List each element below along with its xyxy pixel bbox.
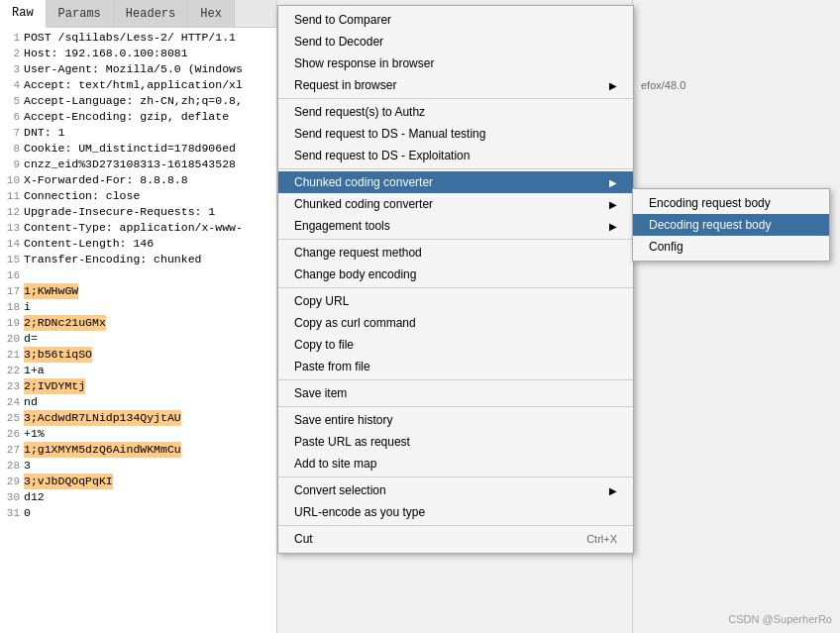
tab-hex[interactable]: Hex	[188, 0, 235, 27]
code-line: 7DNT: 1	[0, 125, 276, 141]
submenu-item-label: Encoding request body	[649, 196, 771, 210]
line-number: 10	[0, 172, 24, 188]
code-line: 3User-Agent: Mozilla/5.0 (Windows	[0, 61, 276, 77]
menu-item-18[interactable]: Copy to file	[278, 334, 633, 356]
menu-item-3[interactable]: Request in browser▶	[278, 74, 633, 96]
menu-item-label: Change body encoding	[294, 267, 416, 281]
line-number: 7	[0, 125, 24, 141]
menu-item-14[interactable]: Change body encoding	[278, 264, 633, 285]
menu-item-label: Add to site map	[294, 457, 376, 471]
menu-divider	[278, 98, 633, 99]
menu-divider	[278, 168, 633, 169]
menu-item-label: Copy URL	[294, 294, 349, 308]
menu-item-25[interactable]: Add to site map	[278, 453, 633, 475]
line-number: 14	[0, 236, 24, 252]
line-number: 6	[0, 109, 24, 125]
line-content: 3;vJbDQOqPqKI	[24, 474, 113, 489]
menu-item-0[interactable]: Send to Comparer	[278, 9, 633, 31]
menu-divider	[278, 476, 633, 477]
code-line: 14Content-Length: 146	[0, 236, 276, 252]
menu-item-label: Save entire history	[294, 413, 392, 427]
line-number: 28	[0, 458, 24, 474]
line-number: 2	[0, 46, 24, 61]
menu-item-30[interactable]: CutCtrl+X	[278, 528, 633, 550]
code-area: 1POST /sqlilabs/Less-2/ HTTP/1.12Host: 1…	[0, 28, 276, 633]
menu-item-label: Send request(s) to Authz	[294, 105, 425, 119]
line-number: 19	[0, 315, 24, 331]
menu-item-28[interactable]: URL-encode as you type	[278, 501, 633, 523]
line-content: X-Forwarded-For: 8.8.8.8	[24, 172, 188, 188]
submenu-arrow-icon: ▶	[609, 221, 617, 232]
tab-headers[interactable]: Headers	[114, 0, 188, 27]
line-content: 2;IVDYMtj	[24, 378, 85, 394]
menu-item-21[interactable]: Save item	[278, 382, 633, 404]
menu-item-1[interactable]: Send to Decoder	[278, 31, 633, 53]
code-line: 10X-Forwarded-For: 8.8.8.8	[0, 172, 276, 188]
line-content: i	[24, 299, 31, 315]
menu-item-6[interactable]: Send request to DS - Manual testing	[278, 123, 633, 145]
menu-divider	[278, 239, 633, 240]
menu-item-label: URL-encode as you type	[294, 505, 425, 519]
menu-item-label: Paste from file	[294, 360, 370, 373]
line-number: 21	[0, 347, 24, 363]
code-line: 192;RDNc21uGMx	[0, 315, 276, 331]
menu-item-17[interactable]: Copy as curl command	[278, 312, 633, 334]
tab-bar: Raw Params Headers Hex	[0, 0, 276, 28]
code-line: 293;vJbDQOqPqKI	[0, 474, 276, 489]
menu-item-27[interactable]: Convert selection▶	[278, 479, 633, 501]
menu-divider	[278, 287, 633, 288]
line-number: 31	[0, 505, 24, 521]
menu-item-2[interactable]: Show response in browser	[278, 53, 633, 74]
menu-item-label: Request in browser	[294, 78, 396, 92]
code-line: 20d=	[0, 331, 276, 347]
code-line: 253;AcdwdR7LNidp134QyjtAU	[0, 410, 276, 426]
menu-item-23[interactable]: Save entire history	[278, 409, 633, 431]
menu-item-7[interactable]: Send request to DS - Exploitation	[278, 145, 633, 166]
line-number: 30	[0, 489, 24, 505]
code-line: 271;g1XMYM5dzQ6AindWKMmCu	[0, 442, 276, 458]
menu-divider	[278, 379, 633, 380]
menu-item-label: Copy to file	[294, 338, 354, 352]
line-content: nd	[24, 394, 38, 410]
line-number: 29	[0, 474, 24, 489]
line-content: Transfer-Encoding: chunked	[24, 252, 201, 267]
line-content: Content-Length: 146	[24, 236, 154, 252]
line-content: Accept-Language: zh-CN,zh;q=0.8,	[24, 93, 243, 109]
menu-item-13[interactable]: Change request method	[278, 242, 633, 264]
tab-raw[interactable]: Raw	[0, 0, 47, 28]
line-content: 0	[24, 505, 31, 521]
menu-item-24[interactable]: Paste URL as request	[278, 431, 633, 453]
browser-text: efox/48.0	[633, 0, 840, 99]
line-number: 4	[0, 77, 24, 93]
menu-item-11[interactable]: Engagement tools▶	[278, 215, 633, 237]
line-number: 12	[0, 204, 24, 220]
menu-item-label: Copy as curl command	[294, 316, 416, 330]
menu-item-label: Engagement tools	[294, 219, 390, 233]
submenu-arrow-icon: ▶	[609, 177, 617, 188]
line-number: 20	[0, 331, 24, 347]
code-line: 26+1%	[0, 426, 276, 442]
code-line: 13Content-Type: application/x-www-	[0, 220, 276, 236]
menu-item-19[interactable]: Paste from file	[278, 356, 633, 377]
line-number: 26	[0, 426, 24, 442]
code-line: 2Host: 192.168.0.100:8081	[0, 46, 276, 61]
submenu-item-0[interactable]: Encoding request body	[633, 192, 829, 214]
menu-item-label: Send to Comparer	[294, 13, 391, 27]
menu-item-5[interactable]: Send request(s) to Authz	[278, 101, 633, 123]
menu-item-10[interactable]: Chunked coding converter▶	[278, 193, 633, 215]
line-content: 1;KWHwGW	[24, 283, 78, 299]
tab-params[interactable]: Params	[47, 0, 114, 27]
menu-item-16[interactable]: Copy URL	[278, 290, 633, 312]
menu-item-9[interactable]: Chunked coding converter▶	[278, 171, 633, 193]
line-number: 15	[0, 252, 24, 267]
line-number: 27	[0, 442, 24, 458]
line-number: 18	[0, 299, 24, 315]
code-line: 12Upgrade-Insecure-Requests: 1	[0, 204, 276, 220]
menu-item-label: Send request to DS - Exploitation	[294, 149, 470, 162]
submenu-item-1[interactable]: Decoding request body	[633, 214, 829, 236]
code-line: 9 cnzz_eid%3D273108313-1618543528	[0, 157, 276, 172]
code-line: 4Accept: text/html,application/xl	[0, 77, 276, 93]
submenu-item-2[interactable]: Config	[633, 236, 829, 258]
line-number: 3	[0, 61, 24, 77]
editor-area: Raw Params Headers Hex 1POST /sqlilabs/L…	[0, 0, 277, 633]
